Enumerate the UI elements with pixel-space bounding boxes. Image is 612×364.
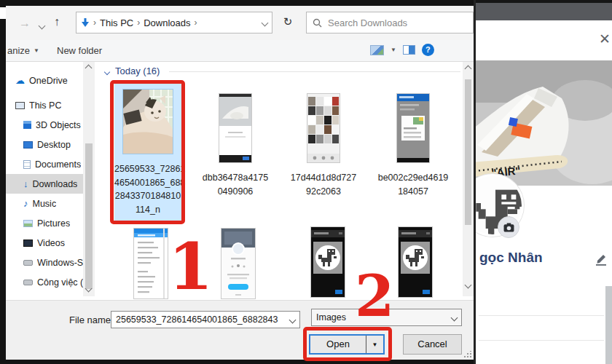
- group-header-line: [169, 71, 460, 72]
- close-icon[interactable]: ✕: [597, 31, 612, 48]
- up-arrow-icon[interactable]: ↑: [54, 15, 60, 28]
- documents-icon: [23, 160, 31, 169]
- divider: [479, 340, 604, 341]
- combo-chevron-icon[interactable]: [451, 314, 458, 321]
- group-collapse-chevron-icon[interactable]: [104, 69, 110, 75]
- group-header-today[interactable]: Today (16): [115, 66, 160, 76]
- sidebar-item-documents[interactable]: Documents: [6, 154, 83, 174]
- sidebar-item-downloads[interactable]: ↓Downloads: [6, 174, 83, 194]
- frame-edge: [0, 0, 6, 364]
- address-dropdown-chevron-icon[interactable]: [262, 19, 269, 26]
- file-list-scrollbar-thumb[interactable]: [465, 79, 471, 225]
- view-dropdown-arrow-icon[interactable]: ▼: [391, 47, 396, 53]
- pictures-icon: [23, 220, 33, 227]
- downloads-folder-icon: [81, 18, 90, 28]
- menu-screenshot-image: [134, 229, 168, 298]
- organize-label: anize: [7, 45, 30, 56]
- sneaker-cover-image: "AIR": [476, 60, 612, 186]
- file-thumbnail-gallery[interactable]: [307, 93, 340, 163]
- dialog-main-area: ☁OneDrive This PC 3D Objects Desktop Doc…: [6, 62, 474, 300]
- forward-arrow-icon[interactable]: →: [19, 17, 31, 30]
- fb-profile-section: gọc Nhân: [476, 186, 612, 364]
- change-avatar-camera-button[interactable]: [498, 216, 519, 238]
- navigation-pane: ☁OneDrive This PC 3D Objects Desktop Doc…: [6, 62, 95, 300]
- computer-icon: [15, 102, 25, 109]
- browser-top-bar: [476, 3, 612, 20]
- organize-button[interactable]: anize ▼: [7, 45, 39, 56]
- breadcrumb-separator: ›: [195, 17, 197, 28]
- profile-screenshot-image: [221, 229, 255, 298]
- sidebar-item-pictures[interactable]: Pictures: [6, 213, 83, 233]
- fb-header-strip: ✕: [476, 20, 612, 60]
- profile-name: gọc Nhân: [479, 250, 589, 266]
- videos-icon: [23, 240, 33, 247]
- thumbnail-view-icon[interactable]: [370, 45, 384, 55]
- resize-grip[interactable]: [463, 351, 472, 358]
- divider: [479, 315, 604, 316]
- combo-chevron-icon[interactable]: [289, 316, 297, 323]
- settings-screenshot-image: [397, 94, 429, 162]
- downloads-arrow-icon: ↓: [23, 179, 28, 189]
- file-thumbnail-settings[interactable]: [396, 93, 430, 163]
- file-name-label: dbb36478a4175 0490906: [197, 171, 273, 198]
- search-box[interactable]: [306, 12, 474, 33]
- sidebar-item-music[interactable]: ♪Music: [6, 194, 83, 213]
- preview-pane-icon[interactable]: [403, 45, 415, 55]
- sidebar-item-onedrive[interactable]: ☁OneDrive: [6, 71, 83, 90]
- sidebar-item-videos[interactable]: Videos: [6, 233, 83, 253]
- file-list-area: Today (16): [95, 62, 474, 300]
- breadcrumb-this-pc[interactable]: This PC: [100, 17, 133, 28]
- cancel-button[interactable]: Cancel: [403, 334, 462, 355]
- file-thumbnail-dino-screenshot[interactable]: [398, 226, 433, 298]
- desktop-icon: [23, 141, 33, 149]
- frame-edge: [0, 360, 476, 364]
- dino-screenshot-image: [399, 227, 432, 297]
- recent-locations-chevron-icon[interactable]: [39, 23, 46, 30]
- file-name-combobox[interactable]: 25659533_728614654001865_6882843: [111, 311, 300, 328]
- file-name-label: 17d44d1d8d727 92c2063: [286, 171, 361, 198]
- organize-dropdown-arrow-icon: ▼: [34, 47, 39, 54]
- address-bar[interactable]: › This PC › Downloads ›: [76, 12, 272, 33]
- phone-screenshot-image: [219, 94, 251, 162]
- drive-icon: [23, 280, 33, 285]
- sidebar-scrollbar-thumb[interactable]: [85, 143, 93, 289]
- dialog-bottom-bar: File name: 25659533_728614654001865_6882…: [6, 300, 474, 360]
- sidebar-item-cong-viec-d[interactable]: Công việc (D:): [6, 272, 83, 292]
- 3d-objects-icon: [23, 121, 31, 129]
- sidebar-item-windows-ssd[interactable]: Windows-SSD (C:): [6, 253, 83, 272]
- screenshot-root: ✕ "AIR": [0, 0, 612, 364]
- help-icon[interactable]: ?: [422, 44, 434, 56]
- file-thumbnail-dbb[interactable]: [219, 93, 252, 163]
- music-note-icon: ♪: [23, 199, 28, 208]
- onedrive-cloud-icon: ☁: [15, 76, 25, 85]
- file-name-label: be002c29ed4619 184057: [375, 171, 451, 198]
- annotation-number-1: 1: [168, 234, 213, 298]
- file-thumbnail-profile-screenshot[interactable]: [221, 228, 256, 299]
- edit-profile-pencil-icon[interactable]: [595, 251, 609, 267]
- search-input[interactable]: [328, 17, 452, 28]
- frame-edge: [474, 0, 476, 364]
- breadcrumb-separator: ›: [137, 17, 140, 28]
- sidebar-item-this-pc[interactable]: This PC: [6, 95, 83, 115]
- open-file-dialog: → ↑ › This PC › Downloads › ↻: [0, 0, 476, 364]
- refresh-icon[interactable]: ↻: [278, 15, 297, 31]
- new-folder-button[interactable]: New folder: [57, 45, 102, 56]
- breadcrumb-separator: ›: [93, 17, 96, 28]
- breadcrumb-downloads[interactable]: Downloads: [144, 17, 190, 28]
- annotation-box-step1: [110, 80, 185, 224]
- cover-photo[interactable]: "AIR": [476, 60, 612, 186]
- frame-edge: [0, 0, 476, 6]
- browser-scrollbar[interactable]: [605, 286, 612, 364]
- file-name-field-label: File name:: [69, 314, 114, 325]
- file-thumbnail-dino-screenshot[interactable]: [310, 226, 345, 298]
- dino-screenshot-image: [311, 227, 345, 297]
- dialog-nav-bar: → ↑ › This PC › Downloads › ↻: [6, 6, 474, 40]
- file-name-value: 25659533_728614654001865_6882843: [116, 314, 290, 325]
- gallery-grid-image: [307, 94, 340, 162]
- sidebar-item-desktop[interactable]: Desktop: [6, 135, 83, 154]
- camera-icon: [503, 223, 514, 232]
- file-thumbnail-menu-screenshot[interactable]: [133, 228, 168, 299]
- sidebar-item-3d-objects[interactable]: 3D Objects: [6, 115, 83, 135]
- dialog-toolbar: anize ▼ New folder ▼ ?: [6, 40, 474, 62]
- search-icon: [313, 18, 322, 28]
